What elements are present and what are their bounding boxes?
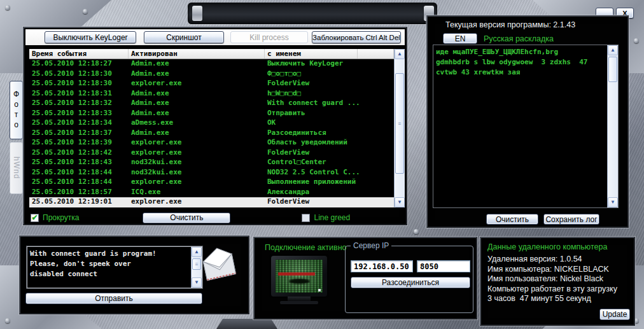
row-name: Область уведомлений [265,138,394,148]
hwnd-button-label: hWnd [12,157,21,179]
scroll-down-icon[interactable]: ▼ [395,197,405,207]
row-name: NOD32 2.5 Control C... [265,168,394,178]
keylog-panel: Текущая версия программы: 2.1.43 EN Русс… [426,15,629,228]
monitor-icon [271,256,327,297]
row-time: 25.05.2010 12:18:32 [29,99,129,109]
remote-info-line: 3 часов 47 минут 55 секунд [487,294,617,304]
block-ctrl-alt-del-button[interactable]: Заблокировать Ctrl Alt Del [312,31,401,43]
row-name: FolderView [265,79,394,89]
scroll-down-icon[interactable]: ▼ [192,277,202,288]
row-time: 25.05.2010 12:18:30 [29,69,129,80]
toolbar: Выключить KeyLoger Скриншот Kill process… [25,29,405,45]
log-col-time[interactable]: Время события [29,49,129,59]
row-process: Admin.exe [129,99,265,109]
line-greed-label: Line greed [314,213,350,222]
table-row[interactable]: 25.05.2010 12:18:31 Admin.exe h□W□n□d□ [29,89,394,99]
table-row[interactable]: 25.05.2010 12:18:42 explorer.exe FolderV… [29,148,394,158]
table-row[interactable]: 25.05.2010 12:18:43 nod32kui.exe Control… [29,158,394,168]
monitor-stand [288,297,311,301]
table-row[interactable]: 25.05.2010 12:18:44 nod32kui.exe NOD32 2… [29,168,394,178]
clear-log-button[interactable]: Очистить [143,213,230,223]
clear-keylog-button[interactable]: Очистить [486,214,538,225]
row-process: ICQ.exe [129,188,265,198]
hwnd-button[interactable]: hWnd [10,142,23,194]
layout-toggle-button[interactable]: EN [443,33,477,44]
table-row[interactable]: 25.05.2010 12:18:37 Admin.exe Разсоедини… [29,129,394,139]
log-table-scrollbar[interactable]: ▲ ≡ ▼ [394,49,405,207]
disconnect-label: Разсоединиться [382,278,439,287]
clear-log-label: Очистить [170,213,203,222]
keylogger-off-label: Выключить KeyLoger [53,33,127,42]
connection-status-label: Подключение активно [265,243,347,252]
update-button[interactable]: Update [599,309,630,320]
message-textarea[interactable]: With connect guard is program! Please, d… [27,246,202,288]
keylogger-off-button[interactable]: Выключить KeyLoger [45,31,136,43]
scroll-up-icon[interactable]: ▲ [395,49,405,59]
app-window: _ X Фото hWnd Выключить KeyLoger Скриншо… [0,0,644,329]
row-process: explorer.exe [129,79,265,89]
table-row[interactable]: 25.05.2010 12:18:30 explorer.exe FolderV… [29,79,394,89]
server-port-input[interactable] [417,260,470,272]
row-time: 25.05.2010 12:19:01 [29,197,129,207]
table-row[interactable]: 25.05.2010 12:18:57 ICQ.exe Александра [29,188,394,198]
table-row[interactable]: 25.05.2010 12:18:32 Admin.exe With conne… [29,99,394,109]
row-process: nod32kui.exe [129,168,265,178]
photo-button[interactable]: Фото [10,81,23,139]
log-table-body[interactable]: 25.05.2010 12:18:27 Admin.exe Выключить … [29,59,394,207]
row-name: OK [265,118,394,129]
row-time: 25.05.2010 12:18:57 [29,188,129,198]
row-time: 25.05.2010 12:18:39 [29,138,129,148]
table-row[interactable]: 25.05.2010 12:19:01 explorer.exe FolderV… [29,197,394,207]
log-scroll-track[interactable]: ≡ [395,59,405,197]
send-message-label: Отправить [95,294,133,303]
row-process: Admin.exe [129,59,265,69]
log-col-extra[interactable] [358,49,394,59]
log-panel: Выключить KeyLoger Скриншот Kill process… [23,27,407,225]
keylog-scroll-track[interactable] [608,55,618,197]
log-scroll-thumb[interactable]: ≡ [395,73,404,174]
remote-info-line: Имя компьютера: NICKELBLACK [487,265,617,275]
log-col-name[interactable]: с именем [265,49,358,59]
server-ip-group-label: Сервер IP [351,241,391,250]
row-time: 25.05.2010 12:18:34 [29,118,129,129]
version-label: Текущая версия программы: 2.1.43 [445,20,575,29]
row-time: 25.05.2010 12:18:30 [29,79,129,89]
scroll-down-icon[interactable]: ▼ [608,197,618,207]
save-log-button[interactable]: Сохранить лог [543,214,599,225]
disconnect-button[interactable]: Разсоединиться [351,277,470,288]
table-row[interactable]: 25.05.2010 12:18:27 Admin.exe Выключить … [29,59,394,69]
frame-handle-left [192,6,202,21]
autoscroll-checkbox[interactable]: ✔ [31,214,39,222]
row-name: Отправить [265,109,394,119]
row-name: Разсоединиться [265,129,394,139]
scroll-up-icon[interactable]: ▲ [608,45,618,55]
screenshot-button[interactable]: Скриншот [144,31,224,43]
table-row[interactable]: 25.05.2010 12:18:39 explorer.exe Область… [29,138,394,148]
row-process: explorer.exe [129,178,265,188]
server-ip-group: Сервер IP Разсоединиться [345,246,473,313]
keylog-textarea[interactable]: иде мцаПУЕ_ЕШЬУ_ЦЩКЛЕhcfn,brg gdmhbdrb s… [433,45,619,208]
table-row[interactable]: 25.05.2010 12:18:34 aDmess.exe OK [29,118,394,129]
table-row[interactable]: 25.05.2010 12:18:30 Admin.exe Ф□о□т□о□ [29,69,394,80]
log-col-process[interactable]: Активирован [129,49,265,59]
log-table: Время события Активирован с именем 25.05… [29,49,394,207]
row-name: Выполнение приложений [265,178,394,188]
table-row[interactable]: 25.05.2010 12:18:44 explorer.exe Выполне… [29,178,394,188]
remote-info-panel: Данные удаленного компьютера Удаленная в… [480,237,635,326]
server-ip-input[interactable] [351,260,413,272]
frame-top-inset [188,3,437,24]
send-message-button[interactable]: Отправить [25,293,202,304]
row-name: With connect guard ... [265,99,394,109]
kill-process-button: Kill process [230,31,308,43]
keylog-scrollbar[interactable]: ▲ ▼ [607,45,618,207]
log-table-header: Время события Активирован с именем [29,49,394,59]
clear-keylog-label: Очистить [496,215,529,224]
keylog-scroll-thumb[interactable] [608,57,617,82]
row-process: explorer.exe [129,138,265,148]
rivet [5,318,10,323]
monitor-led [318,289,321,291]
layout-toggle-label: EN [455,34,466,43]
table-row[interactable]: 25.05.2010 12:18:33 Admin.exe Отправить [29,109,394,119]
line-greed-checkbox[interactable]: ✔ [302,214,310,222]
remote-info-lines: Удаленная версия: 1.0.54Имя компьютера: … [487,255,617,304]
